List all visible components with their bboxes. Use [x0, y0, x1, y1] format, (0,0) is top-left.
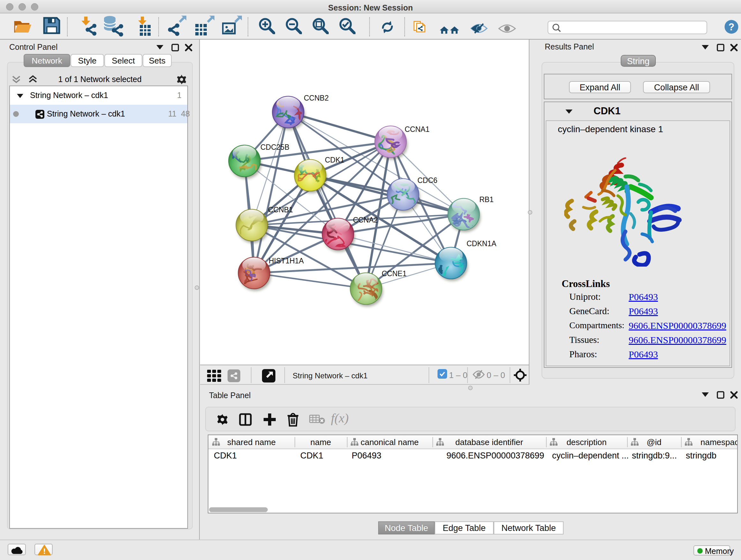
svg-text:CCNE1: CCNE1: [382, 269, 407, 278]
svg-text:CCNA1: CCNA1: [405, 125, 429, 133]
svg-text:CDC6: CDC6: [417, 176, 437, 185]
svg-text:CCNB2: CCNB2: [304, 94, 329, 102]
svg-text:CCNB1: CCNB1: [268, 206, 293, 214]
svg-text:CDKN1A: CDKN1A: [467, 240, 496, 248]
svg-text:RB1: RB1: [479, 195, 494, 204]
svg-text:CDK1: CDK1: [325, 156, 344, 164]
svg-text:?: ?: [729, 21, 735, 32]
svg-text:CCNA2: CCNA2: [353, 216, 378, 224]
svg-text:CDC25B: CDC25B: [260, 143, 289, 151]
svg-text:HIST1H1A: HIST1H1A: [269, 257, 304, 265]
